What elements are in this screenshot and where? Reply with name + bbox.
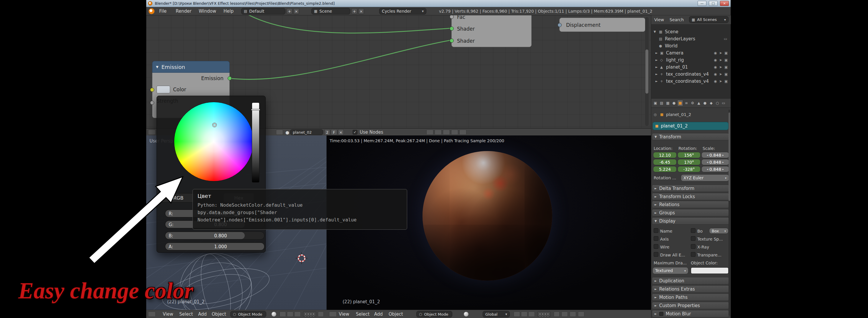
- snap-element-icon[interactable]: [561, 312, 568, 317]
- scene-add-button[interactable]: +: [351, 8, 357, 14]
- tab-physics[interactable]: ▭: [720, 100, 726, 106]
- eye-icon[interactable]: ◉: [714, 78, 717, 85]
- layer-toggle-grid[interactable]: [303, 312, 316, 317]
- selectable-icon[interactable]: ➤: [719, 49, 722, 57]
- node-group-icon[interactable]: [459, 130, 466, 135]
- outliner-item-label[interactable]: planet_01: [666, 64, 688, 71]
- manipulator-translate-icon[interactable]: [280, 312, 286, 317]
- rotation-y-field[interactable]: 170°: [678, 159, 701, 165]
- panel-custom-properties[interactable]: ► Custom Properties: [652, 302, 729, 309]
- outliner-item-label[interactable]: light_rig: [666, 57, 684, 64]
- minimize-button[interactable]: —: [698, 1, 706, 6]
- render-opengl-icon[interactable]: [569, 312, 576, 317]
- mode-selector[interactable]: ○ Object Mode: [416, 311, 452, 317]
- outliner-item-label[interactable]: Scene: [665, 28, 678, 35]
- editor-type-icon[interactable]: [329, 312, 337, 317]
- pin-icon[interactable]: ◎: [654, 112, 657, 116]
- outliner-row-camera[interactable]: ► ▣ Camera ◉ ➤ ▣: [651, 49, 731, 57]
- outliner-item-label[interactable]: World: [665, 42, 678, 49]
- fake-user-button[interactable]: F: [331, 129, 337, 135]
- maximize-button[interactable]: □: [709, 1, 718, 6]
- outliner-display-mode[interactable]: ▦ All Scenes ▾: [689, 16, 728, 23]
- panel-relations-extras[interactable]: ► Relations Extras: [652, 285, 729, 293]
- increment-arrow-icon[interactable]: ▸: [722, 153, 724, 157]
- tree-closed-icon[interactable]: ►: [655, 71, 658, 78]
- tab-material[interactable]: ●: [702, 100, 708, 106]
- manipulator-scale-icon[interactable]: [528, 312, 535, 317]
- tab-texture[interactable]: ◆: [708, 100, 714, 106]
- rotation-x-field[interactable]: 156°: [678, 152, 701, 158]
- motion-blur-checkbox[interactable]: [659, 312, 663, 316]
- layer-toggle-grid[interactable]: [537, 312, 551, 317]
- outliner-item-label[interactable]: tex_coordinates_v4: [666, 78, 709, 85]
- blue-slider[interactable]: B: 0.800: [165, 232, 265, 240]
- tab-modifiers[interactable]: ⚙: [690, 100, 695, 106]
- display-bounds-checkbox[interactable]: [691, 228, 695, 233]
- outliner-item-label[interactable]: tex_coordinates_v4: [666, 71, 709, 78]
- outliner-row-light-rig[interactable]: ► ◇ light_rig ◉ ➤ ▣: [651, 57, 731, 64]
- render-restrict-icon[interactable]: ▣: [724, 57, 728, 64]
- editor-type-icon[interactable]: [148, 130, 156, 135]
- render-animation-icon[interactable]: [578, 312, 584, 317]
- mix-shader-node[interactable]: Fac Shader Shader: [452, 15, 532, 47]
- output-node[interactable]: Displacement: [559, 17, 645, 32]
- backdrop-icon[interactable]: [443, 130, 450, 135]
- eye-icon[interactable]: ◉: [714, 71, 717, 78]
- scene-selector[interactable]: ▦ Scene: [311, 8, 350, 14]
- panel-duplication[interactable]: ► Duplication: [652, 277, 729, 284]
- material-name-field[interactable]: planet_02: [290, 129, 323, 135]
- outliner-row-renderlayers[interactable]: ▤ RenderLayers ▭: [651, 35, 731, 42]
- color-wheel-cursor[interactable]: [213, 123, 216, 127]
- tab-world[interactable]: ●: [671, 100, 677, 106]
- render-border-icon[interactable]: [435, 130, 442, 135]
- selectable-icon[interactable]: ➤: [719, 78, 722, 85]
- display-name-checkbox[interactable]: [654, 228, 658, 233]
- socket-strength-in[interactable]: [150, 101, 154, 105]
- selectable-icon[interactable]: ➤: [719, 71, 722, 78]
- decrement-arrow-icon[interactable]: ◂: [707, 168, 708, 171]
- vp-menu-object[interactable]: Object: [212, 310, 226, 318]
- render-engine-selector[interactable]: Cycles Render ▾: [379, 8, 426, 14]
- scale-y-field[interactable]: ◂ 0.848 ▸: [702, 159, 729, 165]
- color-swatch-button[interactable]: [157, 86, 170, 93]
- node-editor-scrollbar[interactable]: [645, 17, 649, 126]
- properties-scrollbar[interactable]: [728, 110, 730, 316]
- scale-z-field[interactable]: ◂ 0.848 ▸: [702, 166, 729, 172]
- outliner-menu-view[interactable]: View: [654, 15, 664, 24]
- emission-node-header[interactable]: ▼ Emission: [152, 61, 230, 73]
- tab-scene[interactable]: ▦: [665, 100, 671, 106]
- tree-closed-icon[interactable]: ►: [655, 49, 658, 57]
- decrement-arrow-icon[interactable]: ◂: [707, 153, 708, 157]
- panel-motion-blur[interactable]: ► Motion Blur: [652, 310, 729, 317]
- manipulator-translate-icon[interactable]: [514, 312, 520, 317]
- display-wire-checkbox[interactable]: [654, 244, 658, 249]
- vp-menu-view[interactable]: View: [339, 310, 349, 318]
- selectable-icon[interactable]: ➤: [719, 57, 722, 64]
- scrollbar-thumb[interactable]: [728, 112, 730, 201]
- scrollbar-thumb[interactable]: [645, 49, 648, 94]
- outliner-menu-search[interactable]: Search: [670, 15, 684, 24]
- value-slider-handle[interactable]: [251, 109, 260, 110]
- eye-icon[interactable]: ◉: [714, 64, 717, 71]
- socket-displacement[interactable]: [558, 23, 562, 27]
- tree-closed-icon[interactable]: ►: [655, 78, 658, 85]
- object-name-field[interactable]: ■ planet_01_2: [652, 122, 728, 130]
- display-transparency-checkbox[interactable]: [691, 252, 695, 257]
- vp-menu-select[interactable]: Select: [356, 310, 369, 318]
- location-z-field[interactable]: 5.224: [653, 166, 677, 172]
- blender-menu-icon[interactable]: [149, 8, 154, 14]
- outliner-row-world[interactable]: ● World: [651, 42, 731, 49]
- socket-shader-1[interactable]: [450, 27, 454, 31]
- outliner-row-tex-coordinates-1[interactable]: ► + tex_coordinates_v4 ◉ ➤ ▣: [651, 71, 731, 78]
- panel-transform-locks[interactable]: ► Transform Locks: [652, 193, 729, 200]
- manipulator-rotate-icon[interactable]: [287, 312, 293, 317]
- manipulator-rotate-icon[interactable]: [521, 312, 527, 317]
- collapse-triangle-icon[interactable]: ▼: [156, 65, 158, 69]
- outliner-item-label[interactable]: RenderLayers: [665, 35, 695, 42]
- increment-arrow-icon[interactable]: ▸: [722, 161, 724, 164]
- viewport-shading-icon[interactable]: [464, 312, 469, 317]
- tree-open-icon[interactable]: ▼: [654, 28, 656, 35]
- tree-closed-icon[interactable]: ►: [655, 64, 658, 71]
- render-restrict-icon[interactable]: ▣: [724, 71, 728, 78]
- lock-icon[interactable]: [318, 312, 324, 317]
